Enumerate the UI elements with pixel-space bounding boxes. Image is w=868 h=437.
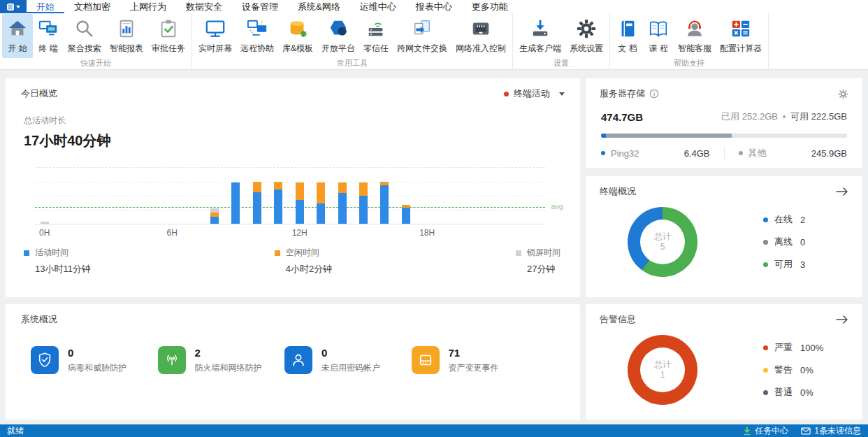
legend-marker — [516, 250, 521, 256]
arrow-right-icon[interactable] — [836, 187, 848, 196]
unread-messages-button[interactable]: 1条未读信息 — [801, 425, 861, 437]
system-settings-button[interactable]: 系统设置 — [565, 14, 607, 58]
today-overview-title: 今日概览 — [21, 87, 57, 100]
network-access-control-button[interactable]: 网络准入控制 — [451, 14, 510, 58]
menu-items: 开始 文档加密 上网行为 数据安全 设备管理 系统&网络 运维中心 报表中心 更… — [27, 0, 518, 13]
menu-item-system-network[interactable]: 系统&网络 — [288, 0, 350, 13]
terminal-activity-selector[interactable]: 终端活动 — [504, 87, 565, 100]
avg-label: avg — [551, 202, 563, 210]
smart-service-button[interactable]: 智能客服 — [674, 14, 716, 58]
x-tick-12H: 12H — [292, 228, 308, 238]
storage-settings-gear-icon[interactable] — [838, 89, 848, 99]
remote-assist-button[interactable]: 远程协助 — [236, 14, 278, 58]
total-activity-value: 17小时40分钟 — [24, 131, 565, 150]
smart-report-button[interactable]: 智能报表 — [106, 14, 147, 58]
alert-donut-chart: 总计 1 — [628, 335, 697, 405]
clipboard-check-icon — [157, 17, 180, 40]
server-wifi-icon — [365, 17, 387, 40]
terminal-legend: 在线2 离线0 可用3 — [763, 213, 830, 271]
activity-legend: 活动时间 13小时11分钟 空闲时间 4小时2分钟 锁屏时间 27分钟 — [6, 240, 580, 275]
group-label-quick-start: 快速开始 — [2, 58, 189, 69]
gray-dot-icon — [739, 151, 743, 155]
open-platform-button[interactable]: 开放平台 — [317, 14, 359, 58]
legend-active-time: 活动时间 13小时11分钟 — [24, 247, 91, 275]
activity-chart: avg 0H6H12H18H — [35, 167, 545, 240]
stat-password-account[interactable]: 0未启用密码帐户 — [284, 346, 412, 374]
legend-available: 可用3 — [763, 258, 830, 271]
info-icon[interactable] — [649, 89, 659, 99]
ribbon-group-settings: 生成客户端 系统设置 设置 — [513, 13, 610, 69]
terminal-icon — [37, 17, 59, 40]
menu-item-data-security[interactable]: 数据安全 — [176, 0, 232, 13]
group-label-common-tools: 常用工具 — [194, 58, 510, 69]
task-center-button[interactable]: 任务中心 — [743, 425, 788, 437]
group-label-help: 帮助支持 — [612, 58, 766, 69]
x-tick-0H: 0H — [39, 228, 50, 238]
activity-chart-plot: avg — [35, 167, 545, 224]
app-logo-button[interactable] — [0, 0, 27, 13]
hexagon-icon — [327, 17, 349, 40]
course-button[interactable]: 课 程 — [643, 14, 674, 58]
cross-network-exchange-button[interactable]: 跨网文件交换 — [393, 14, 451, 58]
legend-warning: 警告0% — [763, 364, 830, 376]
avg-line: avg — [35, 207, 545, 208]
statusbar: 就绪 任务中心 1条未读信息 — [0, 424, 868, 437]
group-label-settings: 设置 — [515, 58, 607, 69]
arrow-right-icon[interactable] — [836, 315, 848, 324]
legend-marker — [24, 250, 29, 256]
activity-bar-11h — [274, 182, 282, 224]
remote-monitors-icon — [246, 17, 268, 40]
approval-task-button[interactable]: 审批任务 — [147, 14, 189, 58]
file-exchange-icon — [411, 17, 433, 40]
legend-idle-time: 空闲时间 4小时2分钟 — [275, 247, 332, 275]
stat-virus-threat[interactable]: 0病毒和威胁防护 — [31, 346, 158, 374]
red-dot-icon — [504, 92, 509, 96]
menu-item-doc-encryption[interactable]: 文档加密 — [64, 0, 120, 13]
book-icon — [616, 17, 639, 40]
legend-online: 在线2 — [763, 213, 830, 226]
download-client-icon — [529, 17, 551, 40]
search-icon — [73, 17, 96, 40]
storage-legend: Ping32 6.4GB 其他 245.9GB — [586, 138, 862, 159]
generate-client-button[interactable]: 生成客户端 — [515, 14, 565, 58]
ethernet-port-icon — [470, 17, 492, 40]
activity-bar-8h — [210, 208, 219, 224]
alert-legend: 严重100% 警告0% 普通0% — [763, 341, 830, 399]
terminal-overview-card: 终端概况 总计 5 在线2 离线0 可用3 — [586, 176, 862, 297]
realtime-screen-button[interactable]: 实时屏幕 — [194, 14, 236, 58]
terminal-button[interactable]: 终 端 — [33, 14, 64, 58]
activity-bar-0h — [41, 222, 49, 224]
activity-bar-13h — [317, 182, 325, 224]
menu-item-device-mgmt[interactable]: 设备管理 — [232, 0, 288, 13]
menu-item-ops-center[interactable]: 运维中心 — [350, 0, 406, 13]
server-storage-card: 服务器存储 474.7GB 已用 252.2GB 可用 222.5GB — [586, 78, 862, 168]
storage-legend-other: 其他 245.9GB — [739, 147, 848, 159]
menu-item-report-center[interactable]: 报表中心 — [406, 0, 462, 13]
antenna-icon — [158, 346, 186, 374]
aggregate-search-button[interactable]: 聚合搜索 — [64, 14, 106, 58]
library-template-button[interactable]: 库&模板 — [278, 14, 317, 58]
download-arrow-icon — [743, 427, 751, 436]
total-activity-label: 总活动时长 — [24, 115, 565, 127]
legend-critical: 严重100% — [763, 341, 830, 354]
activity-bar-15h — [359, 182, 368, 224]
menu-item-start[interactable]: 开始 — [27, 0, 64, 13]
system-overview-card: 系统概况 0病毒和威胁防护 2防火墙和网络防护 0未启用密码帐户 — [6, 304, 580, 420]
terminal-overview-title: 终端概况 — [600, 185, 636, 198]
documentation-button[interactable]: 文 档 — [612, 14, 643, 58]
legend-normal: 普通0% — [763, 386, 830, 399]
ribbon: 开 始 终 端 聚合搜索 智能报表 — [0, 13, 868, 70]
zero-trust-button[interactable]: 零信任 — [359, 14, 393, 58]
stat-firewall-network[interactable]: 2防火墙和网络防护 — [158, 346, 285, 374]
start-button[interactable]: 开 始 — [2, 14, 33, 58]
home-icon — [6, 17, 29, 40]
menu-item-more[interactable]: 更多功能 — [462, 0, 518, 13]
ribbon-group-quick-start: 开 始 终 端 聚合搜索 智能报表 — [0, 13, 192, 69]
menu-item-web-behavior[interactable]: 上网行为 — [120, 0, 176, 13]
storage-usage: 已用 252.2GB 可用 222.5GB — [721, 110, 847, 123]
divider — [724, 148, 725, 159]
today-overview-card: 今日概览 终端活动 总活动时长 17小时40分钟 avg 0H6H12H18H — [6, 78, 580, 297]
stat-asset-change[interactable]: 71资产变更事件 — [412, 346, 539, 374]
activity-bar-9h — [231, 182, 240, 224]
config-calculator-button[interactable]: 配置计算器 — [716, 14, 766, 58]
